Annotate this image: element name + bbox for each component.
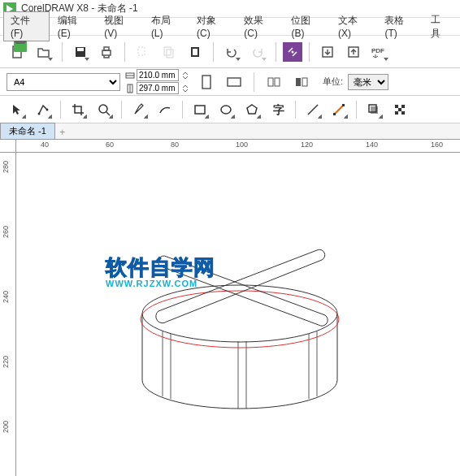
crop-tool[interactable] <box>67 99 89 120</box>
svg-rect-6 <box>138 47 145 55</box>
separator <box>309 42 310 62</box>
standard-toolbar: PDF <box>0 36 460 68</box>
svg-point-53 <box>141 291 339 348</box>
canvas[interactable]: 软件自学网 WWW.RJZXW.COM <box>16 153 460 476</box>
menu-tools[interactable]: 工具 <box>424 11 457 42</box>
new-document-button[interactable] <box>7 41 29 63</box>
page-size-select[interactable]: A4 <box>7 73 120 91</box>
menu-view[interactable]: 视图(V) <box>98 12 143 41</box>
cut-button[interactable] <box>132 41 154 63</box>
svg-rect-29 <box>195 106 205 114</box>
rectangle-tool[interactable] <box>189 99 210 120</box>
paste-button[interactable] <box>184 41 206 63</box>
svg-text:字: 字 <box>273 103 284 116</box>
menu-table[interactable]: 表格(T) <box>378 12 423 41</box>
pick-tool[interactable] <box>7 99 28 120</box>
svg-line-28 <box>106 112 110 115</box>
menu-edit[interactable]: 编辑(E) <box>51 12 97 41</box>
menubar: 文件(F) 编辑(E) 视图(V) 布局(L) 对象(C) 效果(C) 位图(B… <box>0 18 460 36</box>
svg-rect-42 <box>395 111 398 115</box>
svg-text:PDF: PDF <box>371 47 384 54</box>
transparency-tool[interactable] <box>389 99 410 120</box>
page-height-input[interactable] <box>137 82 179 94</box>
menu-effects[interactable]: 效果(C) <box>237 12 283 41</box>
svg-point-11 <box>292 50 294 53</box>
width-icon <box>125 71 135 80</box>
svg-rect-3 <box>77 48 84 51</box>
ruler-tick: 140 <box>366 141 378 149</box>
save-button[interactable] <box>69 41 92 63</box>
artistic-media-tool[interactable] <box>154 99 176 120</box>
stepper-icon[interactable] <box>180 71 190 80</box>
ruler-tick: 220 <box>2 356 10 368</box>
svg-rect-24 <box>302 78 307 86</box>
separator <box>121 101 122 119</box>
zoom-tool[interactable] <box>93 99 115 120</box>
ruler-tick: 40 <box>41 141 49 149</box>
stepper-icon[interactable] <box>180 84 190 93</box>
separator <box>124 42 125 62</box>
document-tab-strip: 未命名 -1 + <box>0 123 460 140</box>
search-content-button[interactable] <box>283 42 302 62</box>
separator <box>254 72 254 92</box>
freehand-tool[interactable] <box>128 99 150 120</box>
ruler-tick: 100 <box>236 141 248 149</box>
document-tab[interactable]: 未命名 -1 <box>0 123 55 139</box>
menu-file[interactable]: 文件(F) <box>3 11 50 41</box>
ellipse-tool[interactable] <box>215 99 237 120</box>
ruler-tick: 80 <box>171 141 179 149</box>
menu-object[interactable]: 对象(C) <box>190 12 236 41</box>
portrait-button[interactable] <box>195 71 218 93</box>
add-tab-button[interactable]: + <box>55 126 70 139</box>
svg-rect-8 <box>167 50 173 58</box>
svg-line-33 <box>308 105 318 115</box>
menu-bitmap[interactable]: 位图(B) <box>284 12 330 41</box>
menu-layout[interactable]: 布局(L) <box>145 12 189 41</box>
svg-point-27 <box>99 105 107 113</box>
copy-button[interactable] <box>158 41 180 63</box>
svg-point-26 <box>46 108 49 110</box>
svg-rect-21 <box>268 78 273 86</box>
import-button[interactable] <box>316 41 339 63</box>
unit-select[interactable]: 毫米 <box>348 74 388 90</box>
polygon-tool[interactable] <box>241 99 263 120</box>
property-bar: A4 单位: 毫米 <box>0 68 460 96</box>
ruler-origin[interactable] <box>0 140 16 153</box>
dimension-tool[interactable] <box>302 99 323 120</box>
drum-drawing <box>16 153 460 476</box>
separator <box>60 101 61 119</box>
print-button[interactable] <box>95 41 118 63</box>
svg-point-30 <box>221 106 231 114</box>
drop-shadow-tool[interactable] <box>363 99 384 120</box>
publish-pdf-button[interactable]: PDF <box>368 41 391 63</box>
undo-button[interactable] <box>220 41 243 63</box>
shape-tool[interactable] <box>33 99 54 120</box>
separator <box>62 42 63 62</box>
connector-tool[interactable] <box>328 99 349 120</box>
ruler-tick: 160 <box>431 141 443 149</box>
page-width-input[interactable] <box>137 69 179 81</box>
landscape-button[interactable] <box>223 71 245 93</box>
svg-rect-23 <box>296 78 301 86</box>
menu-text[interactable]: 文本(X) <box>332 12 377 41</box>
current-page-button[interactable] <box>290 71 313 93</box>
vertical-ruler[interactable]: 280 260 240 220 200 <box>0 153 16 476</box>
separator <box>182 101 183 119</box>
text-tool[interactable]: 字 <box>267 99 289 120</box>
svg-rect-35 <box>333 113 336 115</box>
export-button[interactable] <box>342 41 365 63</box>
ruler-tick: 240 <box>2 291 10 303</box>
toolbox-bar: 字 <box>0 96 460 123</box>
separator <box>295 101 296 119</box>
svg-rect-39 <box>395 105 398 108</box>
svg-rect-1 <box>13 46 21 58</box>
watermark: 软件自学网 WWW.RJZXW.COM <box>106 253 215 288</box>
horizontal-ruler[interactable]: 40 60 80 100 120 140 160 <box>16 140 460 153</box>
all-pages-button[interactable] <box>263 71 285 93</box>
svg-rect-36 <box>342 104 345 106</box>
open-button[interactable] <box>33 41 55 63</box>
svg-rect-41 <box>398 108 401 111</box>
separator <box>213 42 214 62</box>
redo-button[interactable] <box>246 41 269 63</box>
workspace: 40 60 80 100 120 140 160 280 260 240 220… <box>0 140 460 476</box>
